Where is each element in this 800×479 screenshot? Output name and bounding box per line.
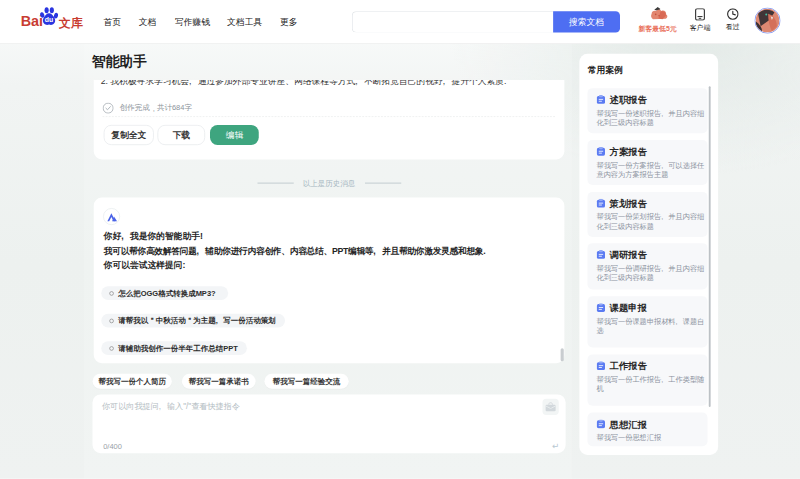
svg-text:du: du <box>45 16 53 23</box>
